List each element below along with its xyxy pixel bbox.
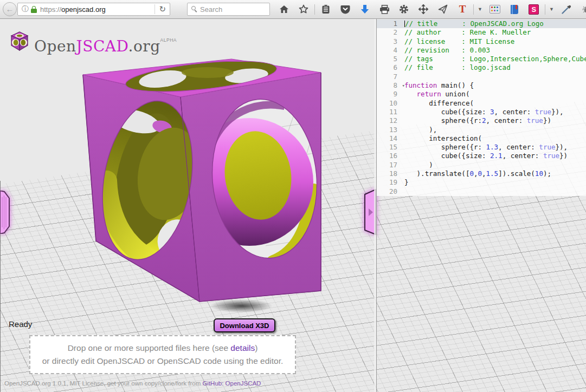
code-text[interactable]: function main() {	[400, 81, 474, 90]
code-text[interactable]: intersection(	[400, 134, 482, 143]
code-line[interactable]: 3// license : MIT License	[377, 37, 586, 46]
status-text: Ready	[9, 319, 32, 329]
code-text[interactable]: difference(	[400, 99, 474, 108]
line-number: 5	[377, 55, 400, 63]
line-number: 18	[377, 169, 400, 178]
url-scheme: https://	[40, 5, 61, 14]
toolbar-icons: T ▼ S ▼	[274, 0, 586, 18]
bookmark-star-icon[interactable]	[298, 4, 309, 15]
s-badge-icon[interactable]: S	[529, 4, 539, 15]
code-text[interactable]: sphere({r: 1.3, center: true}),	[400, 143, 568, 152]
back-button[interactable]: ←	[3, 2, 17, 16]
code-line[interactable]: 5// tags : Logo,Intersection,Sphere,Cube	[377, 55, 586, 63]
page-info-icon[interactable]: ⓘ	[22, 4, 29, 14]
download-arrow-icon[interactable]	[359, 4, 370, 15]
page-content: OpenJSCAD.orgALPHA Ready Download X3D Dr…	[0, 18, 586, 392]
reload-icon[interactable]: ↻	[155, 4, 170, 14]
code-line[interactable]: 10 difference(	[377, 99, 586, 108]
notebook-icon[interactable]	[509, 4, 520, 15]
line-number: 14	[377, 134, 400, 143]
eyedropper-icon[interactable]	[561, 4, 572, 15]
https-lock-icon[interactable]	[31, 6, 37, 13]
code-text[interactable]: // title : OpenJSCAD.org Logo	[400, 19, 544, 28]
code-line[interactable]: 6// file : logo.jscad	[377, 63, 586, 72]
line-number: 2	[377, 28, 400, 37]
code-line[interactable]: 7	[377, 73, 586, 81]
code-text[interactable]: ),	[400, 126, 437, 134]
fold-marker-icon[interactable]: ▾	[402, 81, 405, 90]
home-icon[interactable]	[279, 4, 289, 15]
code-text[interactable]	[400, 73, 404, 81]
code-text[interactable]: // author : Rene K. Mueller	[400, 28, 531, 37]
clipboard-icon[interactable]	[320, 4, 331, 15]
code-line[interactable]: 16 cube({size: 2.1, center: true})	[377, 152, 586, 160]
line-number: 10	[377, 99, 400, 108]
line-number: 20	[377, 187, 400, 196]
code-text[interactable]: }	[400, 178, 409, 187]
dropzone-line2: or directly edit OpenJSCAD or OpenSCAD c…	[30, 355, 295, 368]
code-line[interactable]: 12 sphere({r:2, center: true})	[377, 116, 586, 125]
dropzone-line1: Drop one or more supported files here (s…	[30, 342, 295, 355]
text-T-icon[interactable]: T	[457, 4, 468, 15]
printer-icon[interactable]	[379, 4, 390, 15]
pocket-icon[interactable]	[340, 4, 351, 15]
url-bar[interactable]: ⓘ https://openjscad.org ↻	[17, 3, 170, 16]
code-line[interactable]: 17 )	[377, 161, 586, 169]
move-icon[interactable]	[418, 4, 429, 15]
code-line[interactable]: 2// author : Rene K. Mueller	[377, 28, 586, 37]
logo-wordmark: OpenJSCAD.orgALPHA	[34, 29, 177, 57]
file-dropzone[interactable]: Drop one or more supported files here (s…	[29, 335, 296, 374]
alpha-badge: ALPHA	[160, 37, 177, 43]
bug-icon[interactable]	[581, 4, 586, 15]
code-text[interactable]: // tags : Logo,Intersection,Sphere,Cube	[400, 55, 586, 63]
details-link[interactable]: details	[230, 343, 255, 352]
line-number: 9	[377, 90, 400, 99]
code-text[interactable]: return union(	[400, 90, 469, 99]
line-number: 13	[377, 126, 400, 134]
code-text[interactable]: sphere({r:2, center: true})	[400, 116, 551, 125]
code-line[interactable]: 8▾function main() {	[377, 81, 586, 90]
code-line[interactable]: 14 intersection(	[377, 134, 586, 143]
code-text[interactable]: // license : MIT License	[400, 37, 514, 46]
send-plane-icon[interactable]	[437, 4, 448, 15]
code-text[interactable]: // file : logo.jscad	[400, 63, 511, 72]
code-text[interactable]	[400, 187, 404, 196]
code-line[interactable]: 19}	[377, 178, 586, 187]
line-number: 15	[377, 143, 400, 152]
code-text[interactable]: )	[400, 161, 433, 169]
line-number: 19	[377, 178, 400, 187]
code-line[interactable]: 9 return union(	[377, 90, 586, 99]
line-number: 8▾	[377, 81, 400, 90]
palette-grid-icon[interactable]	[490, 4, 500, 15]
code-line[interactable]: 13 ),	[377, 126, 586, 134]
line-number: 11	[377, 108, 400, 116]
left-panel-handle[interactable]	[0, 191, 10, 234]
dropdown-caret-icon[interactable]: ▼	[549, 6, 554, 12]
code-line[interactable]: 11 cube({size: 3, center: true}),	[377, 108, 586, 116]
code-editor[interactable]: 1// title : OpenJSCAD.org Logo2// author…	[376, 18, 586, 392]
search-input[interactable]: Search	[187, 3, 270, 16]
code-text[interactable]: cube({size: 3, center: true}),	[400, 108, 564, 116]
openjscad-logo[interactable]: OpenJSCAD.orgALPHA	[9, 29, 177, 57]
line-number: 17	[377, 161, 400, 169]
line-number: 7	[377, 73, 400, 81]
code-line[interactable]: 15 sphere({r: 1.3, center: true}),	[377, 143, 586, 152]
code-text[interactable]: cube({size: 2.1, center: true})	[400, 152, 568, 160]
code-text[interactable]: ).translate([0,0,1.5]).scale(10);	[400, 169, 551, 178]
gear-icon[interactable]	[398, 4, 409, 15]
editor-lines[interactable]: 1// title : OpenJSCAD.org Logo2// author…	[377, 19, 586, 196]
line-number: 16	[377, 152, 400, 160]
toolbar-divider	[314, 4, 315, 15]
logo-cube-icon	[9, 29, 30, 52]
download-x3d-button[interactable]: Download X3D	[214, 318, 275, 332]
code-text[interactable]: // revision : 0.003	[400, 46, 490, 55]
toolbar-divider	[473, 4, 474, 15]
code-line[interactable]: 18 ).translate([0,0,1.5]).scale(10);	[377, 169, 586, 178]
code-line[interactable]: 4// revision : 0.003	[377, 46, 586, 55]
code-line[interactable]: 20	[377, 187, 586, 196]
line-number: 1	[377, 19, 400, 28]
dropdown-caret-icon[interactable]: ▼	[478, 6, 482, 12]
github-link[interactable]: GitHub: OpenJSCAD	[202, 380, 261, 387]
code-line[interactable]: 1// title : OpenJSCAD.org Logo	[377, 19, 586, 28]
line-number: 12	[377, 116, 400, 125]
